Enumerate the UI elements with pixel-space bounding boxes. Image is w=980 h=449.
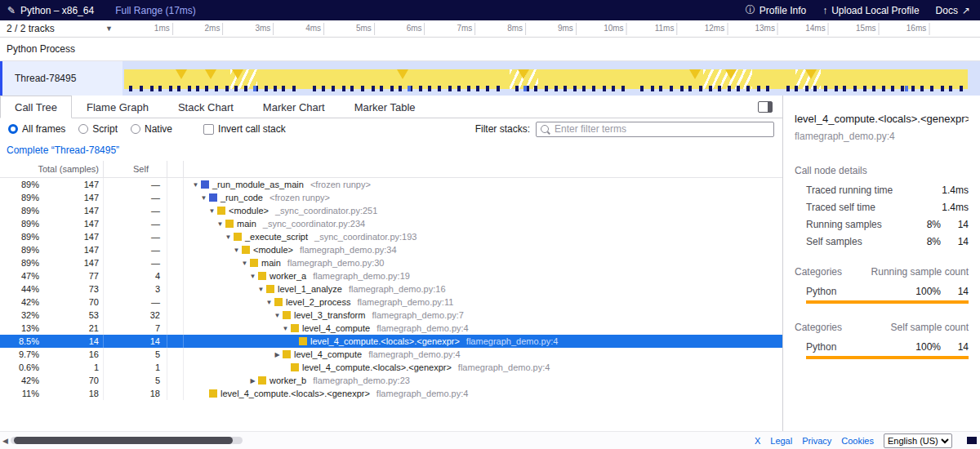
marker-triangle-icon[interactable]	[205, 69, 216, 79]
collapse-triangle-icon[interactable]: ▼	[207, 207, 217, 215]
call-tree-row[interactable]: 89%147—▼main_sync_coordinator.py:234	[0, 217, 782, 230]
call-tree-row[interactable]: 89%147—▼_run_module_as_main<frozen runpy…	[0, 178, 782, 191]
radio-all-frames[interactable]: All frames	[8, 123, 65, 135]
call-tree-row[interactable]: 89%147—▼<module>flamegraph_demo.py:34	[0, 243, 782, 256]
tab-marker-table[interactable]: Marker Table	[340, 96, 430, 118]
horizontal-scrollbar[interactable]	[11, 437, 243, 444]
expand-triangle-icon[interactable]: ▶	[247, 377, 258, 385]
file-location: flamegraph_demo.py:4	[458, 362, 550, 372]
marker-triangle-icon[interactable]	[232, 69, 243, 79]
category-square-icon	[258, 272, 266, 280]
total-percent: 8.5%	[0, 336, 39, 346]
radio-script[interactable]: Script	[78, 123, 118, 135]
process-track-header[interactable]: Python Process	[0, 38, 980, 61]
sample-tick	[699, 86, 702, 91]
row-self-cell: 5	[104, 374, 167, 387]
call-tree-row[interactable]: 89%147—▼<module>_sync_coordinator.py:251	[0, 204, 782, 217]
collapse-triangle-icon[interactable]: ▼	[190, 181, 201, 189]
call-tree-row[interactable]: 44%733▼level_1_analyzeflamegraph_demo.py…	[0, 282, 782, 296]
sample-tick	[361, 86, 364, 91]
full-range-breadcrumb[interactable]: Full Range (17ms)	[115, 5, 196, 16]
filter-input[interactable]	[553, 122, 769, 136]
thread-track-label[interactable]: Thread-78495	[0, 61, 122, 96]
tab-stack-chart[interactable]: Stack Chart	[163, 96, 248, 118]
invert-call-stack-checkbox[interactable]: Invert call stack	[203, 123, 286, 135]
call-tree-row[interactable]: 42%70—▼level_2_processflamegraph_demo.py…	[0, 296, 782, 309]
sample-tick	[564, 86, 567, 91]
ruler-tick-label: 15ms	[856, 23, 879, 35]
collapse-triangle-icon[interactable]: ▼	[223, 233, 234, 241]
detail-row: Running samples8%14	[806, 219, 969, 231]
category-count: 14	[941, 341, 969, 353]
call-tree-row[interactable]: 89%147—▼mainflamegraph_demo.py:30	[0, 256, 782, 269]
row-tree-cell: ▼<module>flamegraph_demo.py:34	[184, 243, 782, 256]
sidebar-toggle-icon[interactable]	[758, 101, 773, 113]
collapse-triangle-icon[interactable]: ▼	[264, 299, 274, 306]
call-tree-row[interactable]: 9.7%165▶level_4_computeflamegraph_demo.p…	[0, 348, 782, 361]
call-tree-row[interactable]: 32%5332▼level_3_transformflamegraph_demo…	[0, 309, 782, 322]
docs-button[interactable]: Docs ↗	[936, 5, 970, 16]
category-name: Python	[806, 341, 905, 353]
scrollbar-thumb[interactable]	[14, 437, 233, 444]
collapse-triangle-icon[interactable]: ▼	[198, 194, 209, 202]
sample-tick	[670, 86, 673, 91]
call-tree-row[interactable]: 42%705▶worker_bflamegraph_demo.py:23	[0, 374, 782, 387]
footer-link-privacy[interactable]: Privacy	[802, 436, 831, 446]
category-row: Python100%14	[806, 341, 969, 353]
sample-tick	[688, 86, 692, 91]
radio-icon	[8, 124, 18, 134]
tab-flame-graph[interactable]: Flame Graph	[72, 96, 163, 118]
profile-info-button[interactable]: ⓘ Profile Info	[746, 3, 806, 17]
detail-value: 14	[941, 219, 969, 231]
category-square-icon	[274, 298, 283, 306]
collapse-triangle-icon[interactable]: ▼	[247, 273, 258, 280]
file-location: flamegraph_demo.py:11	[358, 297, 454, 307]
tab-call-tree[interactable]: Call Tree	[0, 96, 72, 118]
collapse-triangle-icon[interactable]: ▼	[215, 220, 225, 228]
edit-profile-name-icon[interactable]: ✎	[7, 5, 16, 16]
call-tree-row[interactable]: 8.5%1414level_4_compute.<locals>.<genexp…	[0, 335, 782, 348]
call-tree-row[interactable]: 89%147—▼_run_code<frozen runpy>	[0, 191, 782, 204]
row-self-cell: 5	[104, 348, 167, 361]
footer-link-x[interactable]: X	[755, 436, 760, 446]
sample-tick	[555, 86, 558, 91]
call-tree-row[interactable]: 13%217▼level_4_computeflamegraph_demo.py…	[0, 322, 782, 335]
ruler-tick-label: 3ms	[255, 23, 274, 35]
sample-tick	[428, 86, 431, 91]
sample-tick	[497, 86, 500, 91]
collapse-triangle-icon[interactable]: ▼	[272, 312, 283, 319]
marker-triangle-icon[interactable]	[397, 69, 408, 79]
expand-triangle-icon[interactable]: ▶	[272, 351, 283, 358]
language-select[interactable]: English (US)	[884, 433, 952, 448]
collapse-triangle-icon[interactable]: ▼	[280, 325, 291, 332]
marker-triangle-icon[interactable]	[725, 69, 737, 79]
collapse-triangle-icon[interactable]: ▼	[239, 260, 250, 267]
call-tree-row[interactable]: 11%1818level_4_compute.<locals>.<genexpr…	[0, 387, 782, 400]
call-tree-row[interactable]: 89%147—▼_execute_script_sync_coordinator…	[0, 230, 782, 243]
tracks-dropdown-button[interactable]: 2 / 2 tracks ▼	[0, 20, 122, 37]
radio-native[interactable]: Native	[131, 123, 172, 135]
upload-profile-button[interactable]: ↑ Upload Local Profile	[822, 5, 919, 16]
tab-marker-chart[interactable]: Marker Chart	[248, 96, 340, 118]
thread-activity-graph[interactable]	[122, 61, 980, 96]
row-total-cell: 0.6%1	[0, 361, 104, 374]
call-tree-row[interactable]: 0.6%11level_4_compute.<locals>.<genexpr>…	[0, 361, 782, 374]
marker-triangle-icon[interactable]	[689, 69, 701, 79]
call-tree-column-headers: Total (samples) Self	[0, 161, 782, 178]
marker-triangle-icon[interactable]	[805, 69, 817, 79]
collapse-triangle-icon[interactable]: ▼	[256, 286, 266, 293]
call-tree-row[interactable]: 47%774▼worker_aflamegraph_demo.py:19	[0, 269, 782, 282]
complete-thread-link[interactable]: Complete “Thread-78495”	[7, 144, 119, 156]
sample-tick	[805, 86, 808, 91]
scroll-left-arrow-icon[interactable]: ◀	[0, 437, 11, 445]
total-percent: 32%	[0, 310, 39, 320]
category-header-left: Categories	[795, 266, 842, 278]
footer-link-cookies[interactable]: Cookies	[841, 436, 874, 446]
filter-stacks-label: Filter stacks:	[475, 123, 530, 135]
collapse-triangle-icon[interactable]: ▼	[231, 247, 242, 254]
footer-link-legal[interactable]: Legal	[770, 436, 792, 446]
marker-triangle-icon[interactable]	[176, 69, 187, 79]
marker-triangle-icon[interactable]	[518, 69, 529, 79]
sample-tick	[158, 86, 162, 91]
ruler-ticks: 1ms2ms3ms4ms5ms6ms7ms8ms9ms10ms11ms12ms1…	[122, 20, 980, 37]
